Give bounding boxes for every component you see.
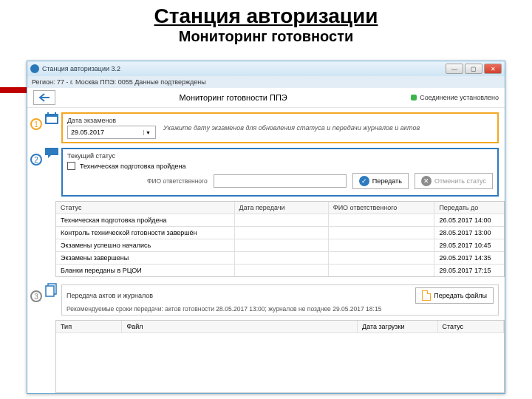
app-window: Станция авторизации 3.2 — ▢ ✕ Регион: 77…	[27, 61, 505, 394]
x-icon: ✕	[421, 176, 432, 186]
table-cell: Экзамены завершены	[56, 252, 235, 264]
transfer-label: Передача актов и журналов	[66, 292, 153, 299]
files-table-body	[56, 333, 504, 392]
table-cell: Бланки переданы в РЦОИ	[56, 265, 235, 276]
table-cell	[235, 252, 329, 264]
slide-title: Станция авторизации	[0, 4, 532, 28]
close-button[interactable]: ✕	[484, 64, 502, 74]
col-fio: ФИО ответственного	[329, 202, 435, 214]
titlebar: Станция авторизации 3.2 — ▢ ✕	[27, 61, 505, 76]
col-date: Дата передачи	[235, 202, 329, 214]
table-cell	[235, 214, 329, 226]
window-controls: — ▢ ✕	[446, 64, 502, 74]
current-status-label: Текущий статус	[67, 152, 115, 160]
table-cell: 29.05.2017 14:35	[434, 252, 504, 264]
tech-ready-label: Техническая подготовка пройдена	[80, 163, 185, 170]
table-row: Бланки переданы в РЦОИ29.05.2017 17:15	[56, 265, 504, 276]
col-file: Файл	[122, 321, 358, 332]
svg-rect-5	[46, 286, 54, 296]
slide-subtitle: Мониторинг готовности	[0, 28, 532, 45]
step-badge-2: 2	[30, 154, 42, 166]
transfer-deadline: Рекомендуемые сроки передачи: актов гото…	[66, 305, 494, 313]
exam-date-select[interactable]: 29.05.2017 ▼	[67, 126, 156, 139]
table-cell: 29.05.2017 17:15	[434, 265, 504, 276]
table-cell	[235, 227, 329, 239]
table-cell	[329, 265, 435, 276]
table-cell	[235, 265, 329, 276]
transfer-files-button[interactable]: Передать файлы	[415, 287, 494, 304]
maximize-button[interactable]: ▢	[465, 64, 482, 74]
exam-date-value: 29.05.2017	[71, 129, 104, 136]
file-icon	[422, 290, 431, 301]
connection-label: Соединение установлено	[420, 94, 499, 101]
svg-rect-1	[47, 117, 57, 123]
table-row: Экзамены успешно начались29.05.2017 10:4…	[56, 239, 504, 252]
arrow-left-icon	[38, 93, 50, 102]
col-due: Передать до	[434, 202, 504, 214]
step-badge-1: 1	[30, 118, 42, 130]
table-cell: Экзамены успешно начались	[56, 239, 235, 251]
chat-icon	[44, 146, 60, 161]
table-cell	[329, 252, 435, 264]
cancel-status-label: Отменить статус	[434, 177, 486, 185]
back-button[interactable]	[33, 90, 55, 105]
minimize-button[interactable]: —	[446, 64, 463, 74]
status-table: Статус Дата передачи ФИО ответственного …	[55, 201, 505, 277]
footer-accent	[0, 87, 27, 93]
table-cell	[329, 214, 435, 226]
col-file-status: Статус	[438, 321, 504, 332]
table-row: Контроль технической готовности завершён…	[56, 227, 504, 239]
table-cell: Контроль технической готовности завершён	[56, 227, 235, 239]
table-cell: 29.05.2017 10:45	[434, 239, 504, 251]
fio-label: ФИО ответственного	[147, 177, 208, 185]
table-cell: Техническая подготовка пройдена	[56, 214, 235, 226]
cancel-status-button[interactable]: ✕ Отменить статус	[415, 173, 493, 189]
transfer-files-label: Передать файлы	[434, 292, 487, 299]
send-status-button[interactable]: ✓ Передать	[352, 173, 409, 189]
documents-icon	[44, 283, 60, 298]
table-cell	[235, 239, 329, 251]
chevron-down-icon: ▼	[143, 130, 152, 135]
fio-input[interactable]	[214, 174, 347, 188]
region-infobar: Регион: 77 - г. Москва ППЭ: 0055 Данные …	[27, 76, 505, 88]
check-icon: ✓	[359, 176, 369, 186]
exam-date-label: Дата экзаменов	[67, 117, 156, 124]
connection-status: Соединение установлено	[411, 94, 499, 101]
table-row: Техническая подготовка пройдена26.05.201…	[56, 214, 504, 227]
window-title: Станция авторизации 3.2	[42, 65, 120, 72]
table-cell: 26.05.2017 14:00	[434, 214, 504, 226]
col-type: Тип	[56, 321, 122, 332]
page-title: Мониторинг готовности ППЭ	[55, 93, 411, 102]
table-cell: 28.05.2017 13:00	[434, 227, 504, 239]
table-row: Экзамены завершены29.05.2017 14:35	[56, 252, 504, 265]
col-uploaded: Дата загрузки	[358, 321, 438, 332]
table-cell	[329, 239, 435, 251]
tech-ready-checkbox[interactable]	[67, 162, 75, 170]
files-table: Тип Файл Дата загрузки Статус	[55, 320, 505, 393]
app-icon	[30, 64, 39, 73]
calendar-icon	[44, 111, 60, 126]
col-status: Статус	[56, 202, 235, 214]
table-cell	[329, 227, 435, 239]
send-status-label: Передать	[372, 177, 402, 185]
connection-ok-icon	[411, 95, 417, 100]
step-badge-3: 3	[30, 290, 42, 302]
exam-date-hint: Укажите дату экзаменов для обновления ст…	[163, 124, 493, 132]
